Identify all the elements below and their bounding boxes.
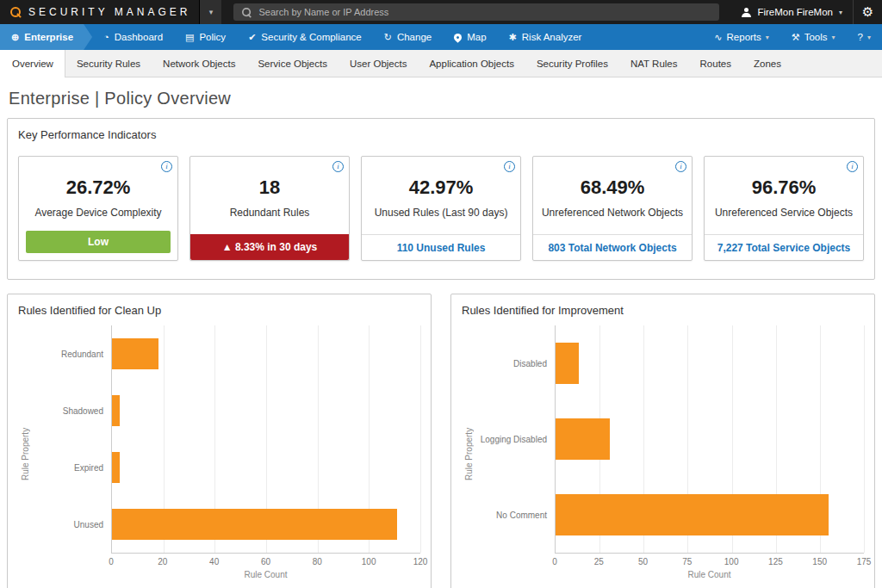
settings-gear-button[interactable]: ⚙	[853, 0, 882, 24]
topbar-right: FireMon FireMon ▾ ⚙	[731, 0, 882, 24]
app-switcher-caret-button[interactable]: ▾	[199, 0, 221, 24]
network-objects-link[interactable]: 803 Total Network Objects	[533, 234, 692, 260]
nav-item-change[interactable]: ↻ Change	[373, 24, 444, 50]
nav-label: Map	[467, 32, 486, 42]
nav-item-security-compliance[interactable]: ✔ Security & Compliance	[237, 24, 373, 50]
search-input[interactable]	[258, 7, 711, 17]
tab-overview[interactable]: Overview	[0, 50, 65, 77]
nav-item-tools[interactable]: ⚒ Tools ▾	[780, 24, 847, 50]
nav-item-dashboard[interactable]: ◔ Dashboard	[92, 24, 174, 50]
tab-user-objects[interactable]: User Objects	[339, 50, 418, 77]
tab-nat-rules[interactable]: NAT Rules	[619, 50, 689, 77]
shield-check-icon: ✔	[248, 33, 256, 42]
bar-row	[556, 401, 864, 477]
kpi-value: 18	[190, 176, 349, 199]
kpi-card-unreferenced-service-objects: i 96.76% Unreferenced Service Objects 7,…	[704, 156, 864, 261]
bar	[556, 494, 829, 535]
map-pin-icon	[452, 32, 463, 43]
chart-plot	[111, 325, 420, 554]
kpi-value: 96.76%	[705, 176, 863, 199]
trend-badge: ▲ 8.33% in 30 days	[190, 234, 349, 260]
nav-item-enterprise[interactable]: ⊕ Enterprise	[0, 24, 92, 50]
nav-item-risk-analyzer[interactable]: ✱ Risk Analyzer	[498, 24, 593, 50]
dashboard-icon: ◔	[103, 33, 109, 42]
chevron-down-icon: ▾	[839, 9, 842, 16]
cleanup-chart-panel: Rules Identified for Clean Up Rule Prope…	[7, 294, 432, 588]
bar	[556, 418, 610, 460]
global-search[interactable]	[233, 3, 719, 21]
nav-item-map[interactable]: Map	[443, 24, 497, 50]
chart-title: Rules Identified for Improvement	[462, 304, 864, 317]
bar-row	[112, 382, 420, 439]
nav-label: Dashboard	[115, 32, 163, 42]
kpi-footer: 110 Unused Rules	[362, 234, 520, 260]
category-label: Logging Disabled	[475, 401, 555, 477]
tab-zones[interactable]: Zones	[742, 50, 792, 77]
nav-item-help[interactable]: ? ▾	[847, 24, 882, 50]
nav-right: ∿ Reports ▾ ⚒ Tools ▾ ? ▾	[703, 24, 882, 50]
kpi-card-unused-rules: i 42.97% Unused Rules (Last 90 days) 110…	[361, 156, 521, 261]
tab-routes[interactable]: Routes	[689, 50, 742, 77]
refresh-icon: ↻	[384, 33, 392, 42]
tab-network-objects[interactable]: Network Objects	[152, 50, 246, 77]
tab-security-profiles[interactable]: Security Profiles	[525, 50, 619, 77]
reports-icon: ∿	[714, 33, 722, 42]
x-tick-label: 0	[552, 557, 557, 566]
bar	[112, 452, 120, 483]
kpi-footer: 7,227 Total Service Objects	[705, 234, 863, 260]
x-tick-label: 20	[158, 557, 167, 566]
x-tick-label: 40	[209, 557, 219, 566]
risk-analyzer-icon: ✱	[509, 33, 517, 42]
nav-label: Reports	[727, 32, 761, 42]
info-icon[interactable]: i	[675, 161, 686, 172]
kpi-label: Unreferenced Service Objects	[705, 207, 863, 219]
info-icon[interactable]: i	[847, 161, 858, 172]
kpi-footer: ▲ 8.33% in 30 days	[190, 234, 349, 260]
category-label: Disabled	[475, 325, 555, 401]
x-tick-label: 150	[812, 557, 827, 566]
x-axis-label: Rule Count	[555, 570, 864, 582]
tab-application-objects[interactable]: Application Objects	[418, 50, 525, 77]
bar-row	[112, 496, 420, 553]
category-label: Unused	[32, 497, 111, 554]
tab-service-objects[interactable]: Service Objects	[246, 50, 339, 77]
x-tick-label: 25	[594, 557, 604, 566]
chart-categories: RedundantShadowedExpiredUnused	[32, 325, 111, 554]
search-icon	[242, 7, 252, 16]
page-title: Enterprise | Policy Overview	[0, 77, 882, 118]
bar	[112, 509, 397, 540]
unused-rules-link[interactable]: 110 Unused Rules	[362, 234, 520, 260]
chart-categories: DisabledLogging DisabledNo Comment	[475, 325, 555, 554]
category-label: Redundant	[32, 325, 111, 382]
x-tick-label: 120	[413, 557, 428, 566]
kpi-cards: i 26.72% Average Device Complexity Low i…	[18, 156, 864, 261]
tab-security-rules[interactable]: Security Rules	[65, 50, 152, 77]
user-menu[interactable]: FireMon FireMon ▾	[731, 0, 853, 24]
x-tick-label: 100	[724, 557, 739, 566]
info-icon[interactable]: i	[504, 161, 515, 172]
nav-label: Risk Analyzer	[522, 32, 582, 42]
kpi-panel-title: Key Performance Indicators	[18, 128, 864, 141]
y-axis-label: Rule Property	[462, 325, 475, 582]
chart-plot	[555, 325, 864, 554]
nav-item-reports[interactable]: ∿ Reports ▾	[703, 24, 780, 50]
x-tick-label: 50	[638, 557, 648, 566]
info-icon[interactable]: i	[332, 161, 344, 172]
chart-xaxis: 020406080100120	[111, 557, 420, 570]
service-objects-link[interactable]: 7,227 Total Service Objects	[705, 234, 863, 260]
info-icon[interactable]: i	[161, 161, 172, 172]
chart-body: Rule Property RedundantShadowedExpiredUn…	[18, 325, 420, 582]
app-brand: SECURITY MANAGER	[0, 0, 199, 24]
chart-title: Rules Identified for Clean Up	[18, 304, 420, 317]
nav-item-policy[interactable]: ▤ Policy	[174, 24, 237, 50]
app-title: SECURITY MANAGER	[28, 6, 190, 18]
x-tick-label: 125	[768, 557, 783, 566]
user-icon	[742, 8, 751, 17]
category-label: Shadowed	[32, 382, 111, 439]
kpi-card-average-device-complexity: i 26.72% Average Device Complexity Low	[18, 156, 178, 261]
bar	[112, 338, 158, 369]
policy-icon: ▤	[185, 33, 194, 42]
chevron-down-icon: ▾	[766, 34, 769, 41]
chart-grid: RedundantShadowedExpiredUnused 020406080…	[32, 325, 420, 582]
kpi-value: 26.72%	[19, 176, 177, 199]
